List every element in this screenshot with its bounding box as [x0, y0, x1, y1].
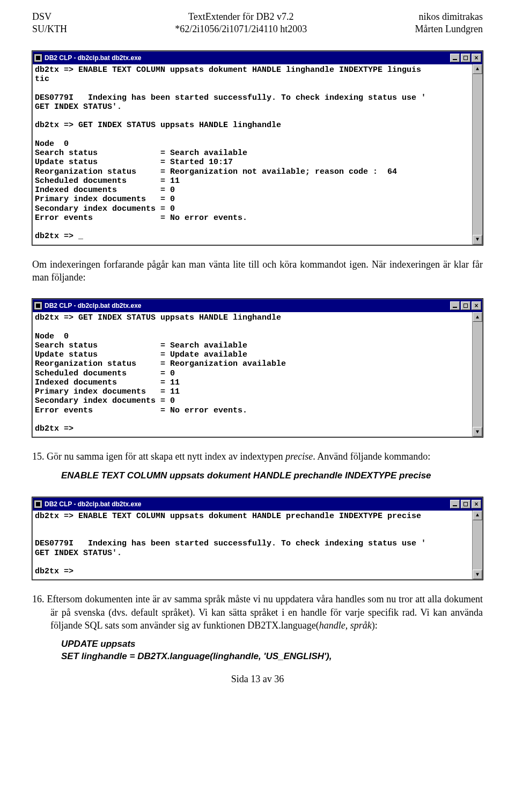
console-output: db2tx => ENABLE TEXT COLUMN uppsats doku…: [33, 64, 472, 245]
header-left-2: SU/KTH: [32, 23, 67, 35]
scroll-down-icon[interactable]: ▼: [473, 427, 482, 437]
cmd-icon: [34, 500, 42, 508]
console-title: DB2 CLP - db2clp.bat db2tx.exe: [45, 500, 450, 508]
header-right-2: Mårten Lundgren: [415, 23, 483, 35]
scroll-up-icon[interactable]: ▲: [473, 511, 482, 520]
maximize-button[interactable]: [461, 500, 470, 508]
close-button[interactable]: ×: [472, 54, 481, 62]
scroll-down-icon[interactable]: ▼: [473, 235, 482, 245]
item16-args: handle, språk: [319, 620, 372, 631]
header-right-1: nikos dimitrakas: [415, 11, 483, 23]
scroll-down-icon[interactable]: ▼: [473, 570, 482, 579]
minimize-button[interactable]: [450, 301, 460, 310]
scroll-up-icon[interactable]: ▲: [473, 64, 482, 74]
console-title: DB2 CLP - db2clp.bat db2tx.exe: [45, 54, 450, 62]
scrollbar[interactable]: ▲ ▼: [472, 511, 482, 580]
header-left: DSV SU/KTH: [32, 11, 67, 36]
console-titlebar: DB2 CLP - db2clp.bat db2tx.exe ×: [33, 299, 482, 312]
close-button[interactable]: ×: [472, 301, 481, 310]
maximize-button[interactable]: [461, 301, 470, 310]
scrollbar[interactable]: ▲ ▼: [472, 312, 482, 437]
cmd2-line1: UPDATE uppsats: [61, 638, 483, 651]
page-footer: Sida 13 av 36: [32, 674, 483, 685]
header-center: TextExtender för DB2 v7.2 *62/2i1056/2i1…: [175, 11, 307, 36]
console-window-1: DB2 CLP - db2clp.bat db2tx.exe × db2tx =…: [32, 51, 483, 245]
command-block-2: UPDATE uppsats SET linghandle = DB2TX.la…: [61, 638, 483, 663]
scrollbar[interactable]: ▲ ▼: [472, 64, 482, 245]
item15-text-a: 15. Gör nu samma igen för att skapa ett …: [32, 451, 285, 462]
list-item-15: 15. Gör nu samma igen för att skapa ett …: [32, 450, 483, 463]
close-button[interactable]: ×: [472, 500, 481, 508]
console-title: DB2 CLP - db2clp.bat db2tx.exe: [45, 302, 450, 309]
header-center-2: *62/2i1056/2i1071/2i4110 ht2003: [175, 23, 307, 35]
console-titlebar: DB2 CLP - db2clp.bat db2tx.exe ×: [33, 51, 482, 64]
console-output: db2tx => GET INDEX STATUS uppsats HANDLE…: [33, 312, 472, 437]
list-item-16: 16. Eftersom dokumenten inte är av samma…: [32, 593, 483, 632]
paragraph-1: Om indexeringen forfarande pågår kan man…: [32, 258, 483, 284]
console-window-3: DB2 CLP - db2clp.bat db2tx.exe × db2tx =…: [32, 497, 483, 580]
minimize-button[interactable]: [450, 54, 460, 62]
cmd-icon: [34, 301, 42, 310]
console-titlebar: DB2 CLP - db2clp.bat db2tx.exe ×: [33, 498, 482, 511]
page-header: DSV SU/KTH TextExtender för DB2 v7.2 *62…: [32, 11, 483, 36]
item16-text-b: ):: [372, 620, 378, 631]
item16-text-a: 16. Eftersom dokumenten inte är av samma…: [32, 594, 483, 631]
scroll-up-icon[interactable]: ▲: [473, 312, 482, 322]
minimize-button[interactable]: [450, 500, 460, 508]
console-window-2: DB2 CLP - db2clp.bat db2tx.exe × db2tx =…: [32, 299, 483, 437]
header-right: nikos dimitrakas Mårten Lundgren: [415, 11, 483, 36]
console-output: db2tx => ENABLE TEXT COLUMN uppsats doku…: [33, 511, 472, 580]
header-left-1: DSV: [32, 11, 67, 23]
cmd2-line2: SET linghandle = DB2TX.language(linghand…: [61, 651, 483, 663]
item15-text-b: . Använd följande kommando:: [313, 451, 430, 462]
maximize-button[interactable]: [461, 54, 470, 62]
command-block-1: ENABLE TEXT COLUMN uppsats dokument HAND…: [61, 470, 483, 482]
header-center-1: TextExtender för DB2 v7.2: [175, 11, 307, 23]
cmd-icon: [34, 54, 42, 62]
item15-emphasis: precise: [285, 451, 313, 462]
